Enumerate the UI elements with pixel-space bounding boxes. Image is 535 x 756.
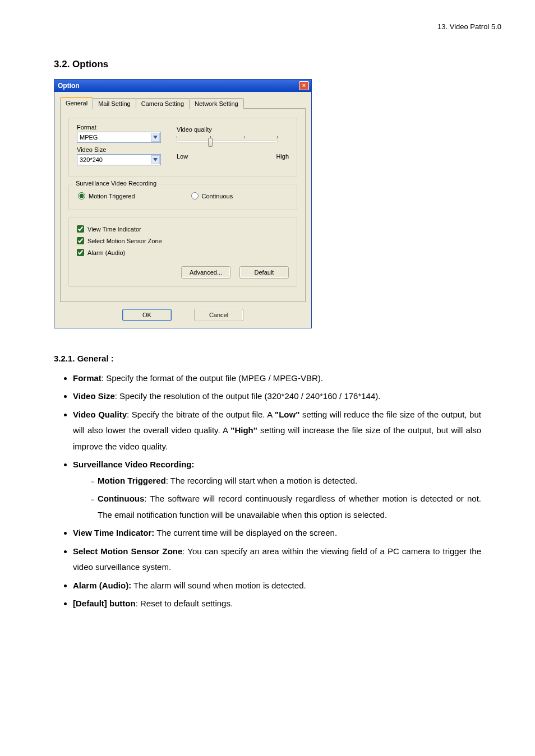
dialog-title: Option — [58, 82, 80, 90]
radio-continuous-input[interactable] — [191, 192, 199, 200]
check-alarm-label: Alarm (Audio) — [87, 249, 125, 256]
slider-thumb[interactable] — [208, 138, 213, 147]
format-select[interactable]: MPEG — [77, 132, 161, 143]
check-alarm[interactable]: Alarm (Audio) — [77, 249, 289, 256]
format-group: Format MPEG Video Size 320*240 — [68, 118, 297, 177]
doc-item-default-button: [Default] button: Reset to default setti… — [73, 596, 481, 612]
doc-item-sensor-zone: Select Motion Sensor Zone: You can speci… — [73, 544, 481, 576]
doc-item-surveillance: Surveillance Video Recording: Motion Tri… — [73, 457, 481, 523]
recording-group: Surveillance Video Recording Motion Trig… — [68, 184, 297, 210]
doc-item-view-time: View Time Indicator: The current time wi… — [73, 525, 481, 541]
doc-item-video-size: Video Size: Specify the resolution of th… — [73, 388, 481, 405]
section-title: 3.2. Options — [54, 59, 501, 70]
chevron-down-icon — [151, 133, 160, 142]
slider-high-label: High — [276, 153, 289, 160]
format-label: Format — [77, 124, 177, 131]
video-quality-slider[interactable] — [177, 135, 278, 150]
checks-group: View Time Indicator Select Motion Sensor… — [68, 217, 297, 287]
check-alarm-input[interactable] — [77, 249, 84, 256]
doc-subhead: 3.2.1. General : — [54, 351, 481, 367]
radio-motion-input[interactable] — [78, 192, 85, 200]
chevron-down-icon — [151, 155, 160, 164]
check-sensor-zone[interactable]: Select Motion Sensor Zone — [77, 237, 289, 244]
tab-general[interactable]: General — [60, 97, 93, 109]
ok-button[interactable]: OK — [122, 309, 172, 321]
video-size-value: 320*240 — [80, 156, 103, 163]
check-sensor-zone-input[interactable] — [77, 237, 84, 244]
tab-mail-setting[interactable]: Mail Setting — [93, 98, 136, 109]
option-dialog: Option × General Mail Setting Camera Set… — [54, 79, 312, 328]
tabstrip: General Mail Setting Camera Setting Netw… — [60, 96, 306, 109]
format-value: MPEG — [80, 134, 98, 141]
check-view-time-input[interactable] — [77, 225, 84, 233]
radio-continuous[interactable]: Continuous — [191, 192, 233, 200]
advanced-button[interactable]: Advanced... — [181, 266, 230, 279]
close-icon[interactable]: × — [299, 81, 309, 90]
doc-item-format: Format: Specify the format of the output… — [73, 370, 481, 387]
recording-legend: Surveillance Video Recording — [73, 180, 159, 187]
radio-motion-label: Motion Triggered — [89, 193, 135, 200]
tabpanel-general: Format MPEG Video Size 320*240 — [60, 109, 306, 302]
page-header: 13. Video Patrol 5.0 — [34, 22, 501, 31]
tab-camera-setting[interactable]: Camera Setting — [136, 98, 190, 109]
doc-subitem-motion: Motion Triggered: The recording will sta… — [98, 473, 481, 489]
video-quality-label: Video quality — [177, 126, 289, 133]
check-view-time[interactable]: View Time Indicator — [77, 225, 289, 233]
radio-motion-triggered[interactable]: Motion Triggered — [78, 192, 135, 200]
radio-continuous-label: Continuous — [202, 193, 233, 200]
dialog-titlebar[interactable]: Option × — [54, 80, 311, 92]
check-sensor-zone-label: Select Motion Sensor Zone — [87, 238, 162, 244]
tab-network-setting[interactable]: Network Setting — [189, 98, 244, 109]
video-size-label: Video Size — [77, 146, 177, 153]
doc-item-alarm: Alarm (Audio): The alarm will sound when… — [73, 578, 481, 594]
slider-low-label: Low — [177, 153, 188, 160]
doc-subitem-continuous: Continuous: The software will record con… — [98, 491, 481, 523]
cancel-button[interactable]: Cancel — [194, 309, 243, 321]
video-size-select[interactable]: 320*240 — [77, 154, 161, 165]
check-view-time-label: View Time Indicator — [87, 226, 141, 233]
doc-text: 3.2.1. General : Format: Specify the for… — [54, 351, 481, 612]
doc-item-video-quality: Video Quality: Specify the bitrate of th… — [73, 407, 481, 455]
default-button[interactable]: Default — [239, 266, 289, 279]
